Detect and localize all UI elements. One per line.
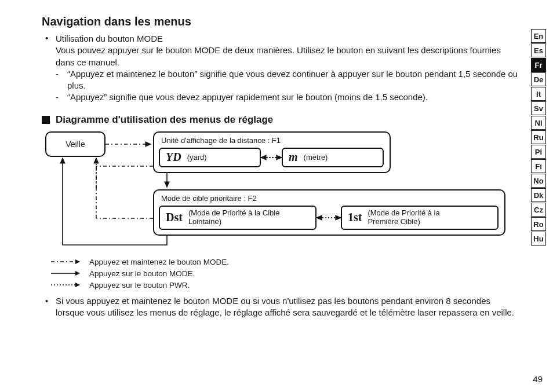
page-number: 49 xyxy=(533,374,543,384)
bullet-press-meaning: “Appuyez” signifie que vous devez appuye… xyxy=(67,91,428,103)
legend-hold-icon xyxy=(50,259,81,265)
language-tab-cz[interactable]: Cz xyxy=(531,203,546,217)
language-tab-pl[interactable]: Pl xyxy=(531,145,546,159)
language-tab-en[interactable]: En xyxy=(531,29,546,43)
language-tab-it[interactable]: It xyxy=(531,87,546,101)
legend-press-pwr-icon xyxy=(50,282,81,288)
m-key: m xyxy=(283,151,304,164)
bullet-dot: • xyxy=(45,295,51,319)
legend-press-mode-icon xyxy=(50,270,81,276)
language-tab-hu[interactable]: Hu xyxy=(531,232,546,246)
language-tab-fr[interactable]: Fr xyxy=(531,58,546,72)
yd-value: (yard) xyxy=(187,153,214,162)
legend-press-mode-text: Appuyez sur le bouton MODE. xyxy=(89,269,195,278)
legend: Appuyez et maintenez le bouton MODE. App… xyxy=(50,258,518,290)
standby-label: Veille xyxy=(66,140,85,149)
yd-key: YD xyxy=(160,151,187,164)
dash: - xyxy=(56,68,63,92)
legend-hold-text: Appuyez et maintenez le bouton MODE. xyxy=(89,258,229,266)
language-tab-de[interactable]: De xyxy=(531,72,546,86)
square-bullet-icon xyxy=(42,116,50,124)
yd-option-chip: YD (yard) xyxy=(159,148,261,167)
language-tab-no[interactable]: No xyxy=(531,174,546,188)
language-tab-sv[interactable]: Sv xyxy=(531,101,546,115)
diagram-heading: Diagramme d'utilisation des menus de rég… xyxy=(56,114,273,126)
language-rail: EnEsFrDeItSvNlRuPlFiNoDkCzRoHu xyxy=(531,29,546,246)
m-value: (mètre) xyxy=(304,153,335,162)
language-tab-ru[interactable]: Ru xyxy=(531,130,546,144)
first-option-chip: 1st (Mode de Priorité à la Première Cibl… xyxy=(341,206,499,230)
timeout-note: Si vous appuyez et maintenez le bouton M… xyxy=(56,295,518,319)
legend-press-pwr-text: Appuyez sur le bouton PWR. xyxy=(89,281,190,290)
language-tab-dk[interactable]: Dk xyxy=(531,188,546,202)
f1-title: Unité d'affichage de la distance : F1 xyxy=(161,136,281,145)
bullet-dot: • xyxy=(45,33,51,45)
dash: - xyxy=(56,91,63,103)
dst-option-chip: Dst (Mode de Priorité à la Cible Lointai… xyxy=(159,206,316,230)
f2-title: Mode de cible prioritaire : F2 xyxy=(161,194,257,203)
dst-key: Dst xyxy=(160,211,188,224)
first-value: (Mode de Priorité à la Première Cible) xyxy=(368,209,479,226)
standby-box: Veille xyxy=(45,131,105,157)
bullet-mode-label: Utilisation du bouton MODE xyxy=(56,33,163,45)
language-tab-es[interactable]: Es xyxy=(531,43,546,57)
language-tab-fi[interactable]: Fi xyxy=(531,159,546,173)
dst-value: (Mode de Priorité à la Cible Lointaine) xyxy=(188,209,300,226)
m-option-chip: m (mètre) xyxy=(282,148,384,167)
language-tab-nl[interactable]: Nl xyxy=(531,116,546,130)
page-title: Navigation dans les menus xyxy=(42,15,518,28)
bullet-hold-meaning: “Appuyez et maintenez le bouton” signifi… xyxy=(67,68,518,92)
first-key: 1st xyxy=(342,211,368,224)
bullet-mode-desc: Vous pouvez appuyer sur le bouton MODE d… xyxy=(56,45,518,68)
settings-menu-diagram: Veille Unité d'affichage de la distance … xyxy=(45,131,507,247)
language-tab-ro[interactable]: Ro xyxy=(531,217,546,231)
